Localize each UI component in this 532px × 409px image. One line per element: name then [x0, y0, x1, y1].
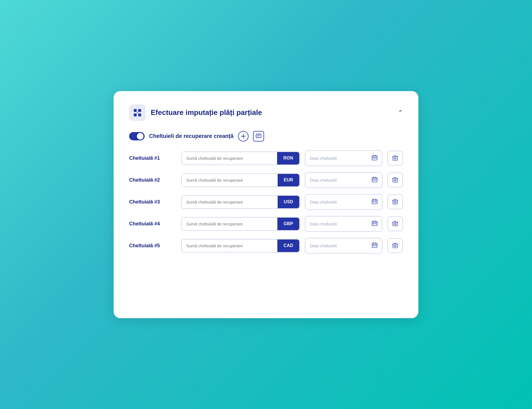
expense-label: Cheltuială #3 [129, 199, 176, 205]
date-placeholder-2: Data cheltuielii [310, 178, 369, 182]
trash-icon [392, 221, 398, 227]
svg-rect-16 [373, 158, 374, 159]
expense-row: Cheltuială #3 USD Data cheltuielii [129, 194, 403, 210]
trash-icon [392, 155, 398, 161]
page-title: Efectuare imputație plăți parțiale [151, 108, 393, 117]
header-icon-box [129, 104, 146, 121]
currency-button-3[interactable]: USD [278, 196, 299, 208]
date-group-5[interactable]: Data cheltuielii [305, 238, 382, 254]
delete-button-4[interactable] [387, 216, 403, 231]
amount-group-5: CAD [181, 239, 300, 253]
svg-rect-29 [373, 180, 374, 181]
delete-button-3[interactable] [387, 194, 403, 209]
svg-rect-70 [375, 245, 376, 246]
amount-input-2[interactable] [182, 174, 278, 186]
delete-button-1[interactable] [387, 151, 403, 166]
expense-row: Cheltuială #4 GBP Data cheltuielii [129, 216, 403, 232]
svg-rect-42 [373, 202, 374, 202]
date-placeholder-4: Data cheltuielii [310, 222, 369, 226]
currency-button-2[interactable]: EUR [278, 174, 299, 186]
main-card: Efectuare imputație plăți parțiale ⌃ Che… [114, 91, 418, 318]
svg-rect-9 [256, 134, 261, 138]
comment-button[interactable] [253, 131, 264, 142]
date-placeholder-5: Data cheltuielii [310, 243, 369, 248]
svg-rect-18 [375, 158, 376, 159]
amount-input-1[interactable] [182, 152, 277, 164]
date-placeholder-1: Data cheltuielii [310, 156, 369, 161]
calendar-icon-3 [372, 199, 377, 205]
trash-icon [392, 243, 398, 249]
svg-rect-1 [138, 109, 141, 112]
svg-rect-31 [375, 180, 376, 181]
svg-rect-0 [134, 109, 137, 112]
svg-rect-30 [374, 180, 375, 181]
svg-rect-2 [134, 113, 137, 116]
expense-label: Cheltuială #1 [129, 155, 176, 161]
delete-button-5[interactable] [387, 238, 403, 253]
toggle-row: Cheltuieli de recuperare creanță [129, 131, 403, 142]
svg-rect-17 [374, 158, 375, 159]
expense-label: Cheltuială #5 [129, 243, 176, 249]
trash-icon [392, 199, 398, 205]
date-group-1[interactable]: Data cheltuielii [305, 150, 382, 166]
expense-label: Cheltuială #2 [129, 177, 176, 183]
toggle-switch[interactable] [129, 132, 145, 140]
expense-row: Cheltuială #1 RON Data cheltuielii [129, 150, 403, 166]
date-group-2[interactable]: Data cheltuielii [305, 172, 382, 188]
amount-group-3: USD [181, 195, 300, 209]
amount-group-1: RON [181, 151, 300, 165]
svg-rect-69 [374, 245, 375, 246]
amount-input-4[interactable] [182, 218, 277, 230]
collapse-button[interactable]: ⌃ [398, 109, 403, 116]
svg-rect-3 [138, 113, 141, 116]
amount-group-4: GBP [181, 217, 300, 231]
expense-label: Cheltuială #4 [129, 221, 176, 227]
currency-button-1[interactable]: RON [277, 152, 299, 164]
date-group-3[interactable]: Data cheltuielii [305, 194, 382, 210]
expenses-list: Cheltuială #1 RON Data cheltuielii [129, 150, 403, 254]
svg-rect-55 [373, 223, 374, 224]
date-group-4[interactable]: Data cheltuielii [305, 216, 382, 232]
svg-rect-43 [374, 202, 375, 202]
calendar-icon-1 [372, 155, 377, 162]
calendar-icon-5 [372, 242, 377, 249]
toggle-label: Cheltuieli de recuperare creanță [149, 133, 234, 139]
amount-input-3[interactable] [182, 196, 278, 208]
currency-button-5[interactable]: CAD [277, 240, 299, 252]
imputatie-icon [133, 108, 142, 117]
calendar-icon-2 [372, 177, 377, 184]
amount-input-5[interactable] [182, 240, 277, 252]
add-expense-button[interactable] [238, 131, 249, 142]
currency-button-4[interactable]: GBP [277, 218, 299, 230]
plus-icon [241, 134, 246, 139]
expense-row: Cheltuială #2 EUR Data cheltuielii [129, 172, 403, 188]
delete-button-2[interactable] [387, 173, 403, 187]
trash-icon [392, 177, 398, 183]
calendar-icon-4 [372, 220, 377, 227]
date-placeholder-3: Data cheltuielii [310, 200, 369, 204]
expense-row: Cheltuială #5 CAD Data cheltuielii [129, 238, 403, 254]
comment-icon [256, 134, 261, 139]
svg-rect-44 [375, 202, 376, 202]
svg-rect-56 [374, 223, 375, 224]
amount-group-2: EUR [181, 173, 300, 187]
svg-rect-57 [375, 223, 376, 224]
card-header: Efectuare imputație plăți parțiale ⌃ [129, 104, 403, 121]
svg-rect-68 [373, 245, 374, 246]
